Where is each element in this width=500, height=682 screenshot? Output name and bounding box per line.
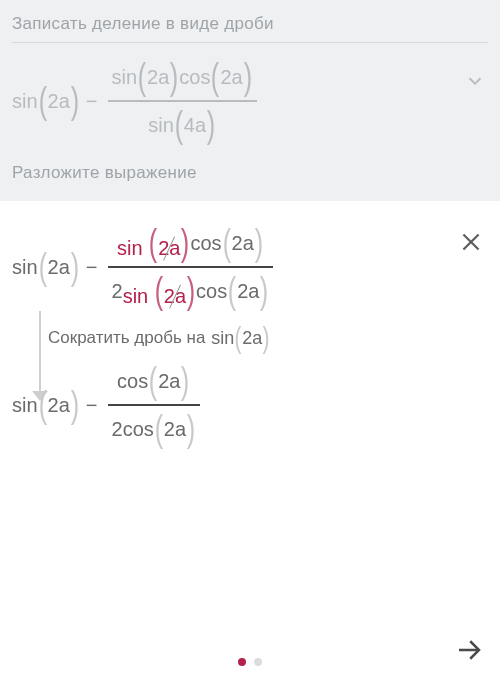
close-icon[interactable] (458, 229, 484, 262)
step-title: Записать деление в виде дроби (12, 14, 488, 34)
divider (12, 42, 488, 43)
expanded-expression: sin (2a) − sin (2a) cos (2a) 2 sin (2a) … (12, 223, 488, 311)
page-dot[interactable] (254, 658, 262, 666)
previous-step-panel: Записать деление в виде дроби sin (2a) −… (0, 0, 500, 201)
page-dot[interactable] (238, 658, 246, 666)
chevron-down-icon[interactable] (464, 70, 486, 96)
pagination-dots[interactable] (0, 658, 500, 666)
step-explanation: Сократить дробь на sin (2a) (48, 321, 488, 355)
arrow-right-icon[interactable] (454, 635, 484, 672)
result-expression: sin (2a) − cos (2a) 2 cos (2a) (12, 361, 488, 449)
previous-expression: sin (2a) − sin (2a) cos (2a) sin (4a) (12, 57, 488, 145)
step-subtitle: Разложите выражение (12, 163, 488, 183)
current-step-panel: sin (2a) − sin (2a) cos (2a) 2 sin (2a) … (0, 201, 500, 449)
